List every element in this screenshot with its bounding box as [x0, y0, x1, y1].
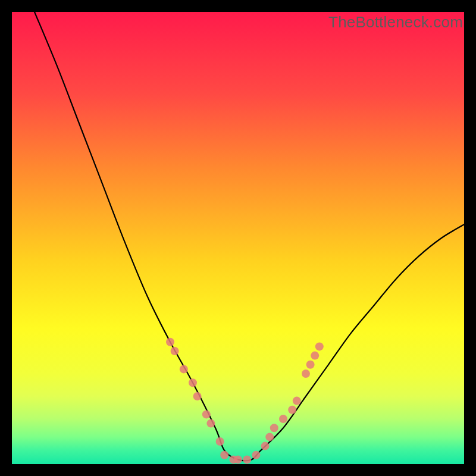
svg-rect-0 — [12, 12, 464, 464]
watermark-text: TheBottleneck.com — [328, 13, 463, 32]
background-gradient — [12, 12, 464, 464]
chart-frame — [12, 12, 464, 464]
